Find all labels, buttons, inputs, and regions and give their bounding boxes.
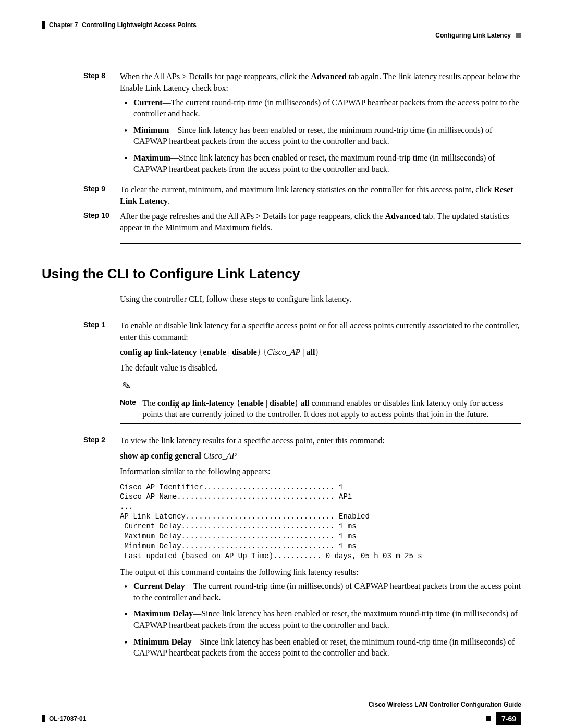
- list-item: Minimum Delay—Since link latency has bee…: [133, 636, 521, 659]
- footer-guide-title: Cisco Wireless LAN Controller Configurat…: [42, 700, 521, 709]
- cmd: config ap link-latency: [157, 399, 235, 408]
- list-item: Maximum Delay—Since link latency has bee…: [133, 608, 521, 631]
- cmd: all: [306, 348, 315, 356]
- text: When the All APs > Details for page reap…: [120, 72, 311, 81]
- p: {: [235, 399, 241, 408]
- cli-step-1: Step 1 To enable or disable link latency…: [83, 320, 521, 431]
- note-icon-row: ✎: [120, 379, 521, 393]
- footer-left: OL-17037-01: [42, 714, 86, 723]
- step-label: Step 8: [83, 71, 120, 180]
- desc: —The current round-trip time (in millise…: [133, 98, 519, 118]
- note-block: ✎ Note The config ap link-latency {enabl…: [120, 379, 521, 424]
- term: Minimum: [133, 126, 169, 134]
- step-body: When the All APs > Details for page reap…: [120, 71, 521, 180]
- chapter-title: Controlling Lightweight Access Points: [82, 21, 197, 29]
- page-footer: Cisco Wireless LAN Controller Configurat…: [42, 700, 521, 725]
- arg: Cisco_AP: [201, 451, 237, 460]
- default-text: The default value is disabled.: [120, 362, 521, 374]
- note-row: Note The config ap link-latency {enable …: [120, 394, 521, 424]
- term: Current Delay: [133, 582, 185, 590]
- step-label: Step 2: [83, 435, 120, 664]
- bold: Advanced: [385, 212, 420, 220]
- footer-right: 7-69: [486, 712, 521, 725]
- t: The: [142, 399, 157, 408]
- text: .: [168, 196, 170, 205]
- text: To clear the current, minimum, and maxim…: [120, 185, 494, 194]
- section-heading: Using the CLI to Configure Link Latency: [42, 265, 521, 283]
- step-label: Step 9: [83, 184, 120, 206]
- list-item: Maximum—Since link latency has been enab…: [133, 152, 521, 175]
- list-item: Current Delay—The current round-trip tim…: [133, 581, 521, 603]
- p: |: [300, 348, 306, 356]
- step-label: Step 1: [83, 320, 120, 431]
- cmd: config ap link-latency: [120, 348, 197, 356]
- term: Maximum Delay: [133, 609, 193, 618]
- term: Maximum: [133, 153, 170, 162]
- cmd: all: [301, 399, 310, 408]
- chapter-number: Chapter 7: [49, 21, 78, 29]
- intro-paragraph: Using the controller CLI, follow these s…: [120, 293, 521, 305]
- output-text: The output of this command contains the …: [120, 566, 521, 578]
- arg: Cisco_AP: [267, 348, 300, 356]
- cli-step-2: Step 2 To view the link latency results …: [83, 435, 521, 664]
- pencil-icon: ✎: [120, 378, 132, 393]
- footer-bar-icon: [42, 715, 45, 722]
- p: }: [315, 348, 319, 356]
- text: To enable or disable link latency for a …: [120, 320, 521, 342]
- step-label: Step 10: [83, 211, 120, 233]
- list-item: Current—The current round-trip time (in …: [133, 97, 521, 119]
- text: To view the link latency results for a s…: [120, 435, 521, 447]
- footer-marker-icon: [486, 716, 491, 721]
- step-body: After the page refreshes and the All APs…: [120, 211, 521, 233]
- footer-row: OL-17037-01 7-69: [42, 712, 521, 725]
- desc: —Since link latency has been enabled or …: [133, 126, 492, 146]
- command-line: config ap link-latency {enable | disable…: [120, 347, 521, 358]
- bullet-list: Current—The current round-trip time (in …: [133, 97, 521, 175]
- page-subheader: Configuring Link Latency: [42, 31, 521, 40]
- term: Current: [133, 98, 163, 107]
- header-marker-icon: [516, 33, 521, 38]
- cmd: disable: [232, 348, 257, 356]
- bullet-list: Current Delay—The current round-trip tim…: [133, 581, 521, 659]
- cmd: show ap config general: [120, 451, 201, 460]
- cmd: disable: [270, 399, 295, 408]
- p: {: [197, 348, 203, 356]
- step-body: To clear the current, minimum, and maxim…: [120, 184, 521, 206]
- desc: —Since link latency has been enabled or …: [133, 153, 495, 174]
- step-9: Step 9 To clear the current, minimum, an…: [83, 184, 521, 206]
- footer-rule: [240, 710, 521, 710]
- term: Minimum Delay: [133, 637, 192, 646]
- step-8: Step 8 When the All APs > Details for pa…: [83, 71, 521, 180]
- header-bar-icon: [42, 21, 45, 29]
- list-item: Minimum—Since link latency has been enab…: [133, 125, 521, 147]
- p: |: [264, 399, 270, 408]
- p: |: [226, 348, 232, 356]
- header-left: Chapter 7 Controlling Lightweight Access…: [42, 21, 197, 29]
- p: } {: [257, 348, 267, 356]
- page-header: Chapter 7 Controlling Lightweight Access…: [42, 21, 521, 29]
- cmd: enable: [203, 348, 226, 356]
- text: After the page refreshes and the All APs…: [120, 212, 385, 220]
- p: }: [295, 399, 301, 408]
- step-body: To view the link latency results for a s…: [120, 435, 521, 664]
- section-name: Configuring Link Latency: [435, 31, 511, 40]
- step-body: To enable or disable link latency for a …: [120, 320, 521, 431]
- step-10: Step 10 After the page refreshes and the…: [83, 211, 521, 233]
- bold: Advanced: [311, 72, 346, 81]
- code-output: Cisco AP Identifier.....................…: [120, 483, 521, 561]
- note-body: The config ap link-latency {enable | dis…: [142, 398, 521, 420]
- section-divider: [120, 243, 521, 244]
- cmd: enable: [240, 399, 263, 408]
- desc: —The current round-trip time (in millise…: [133, 582, 521, 602]
- page-number-badge: 7-69: [496, 712, 521, 725]
- info-text: Information similar to the following app…: [120, 466, 521, 477]
- note-label: Note: [120, 398, 136, 420]
- command-line: show ap config general Cisco_AP: [120, 450, 521, 462]
- doc-number: OL-17037-01: [49, 714, 86, 723]
